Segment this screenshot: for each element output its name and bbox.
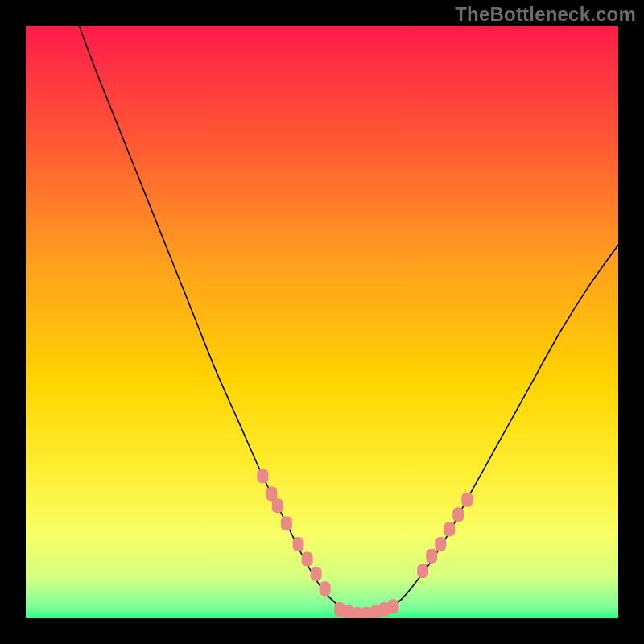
threshold-marker [311, 567, 322, 581]
plot-background [26, 26, 618, 618]
threshold-marker [435, 537, 446, 551]
threshold-marker [452, 507, 464, 522]
plot-area [26, 26, 618, 618]
threshold-marker [461, 493, 473, 507]
threshold-marker [387, 599, 398, 613]
threshold-marker [272, 498, 283, 513]
threshold-marker [417, 564, 428, 578]
threshold-marker [293, 537, 304, 551]
threshold-marker [444, 522, 455, 537]
watermark-text: TheBottleneck.com [455, 3, 636, 26]
threshold-marker [302, 551, 313, 566]
chart-stage: TheBottleneck.com [0, 0, 644, 644]
threshold-marker [257, 469, 268, 483]
threshold-marker [426, 549, 437, 564]
threshold-marker [281, 516, 292, 530]
chart-svg [26, 26, 618, 618]
threshold-marker [320, 581, 331, 596]
